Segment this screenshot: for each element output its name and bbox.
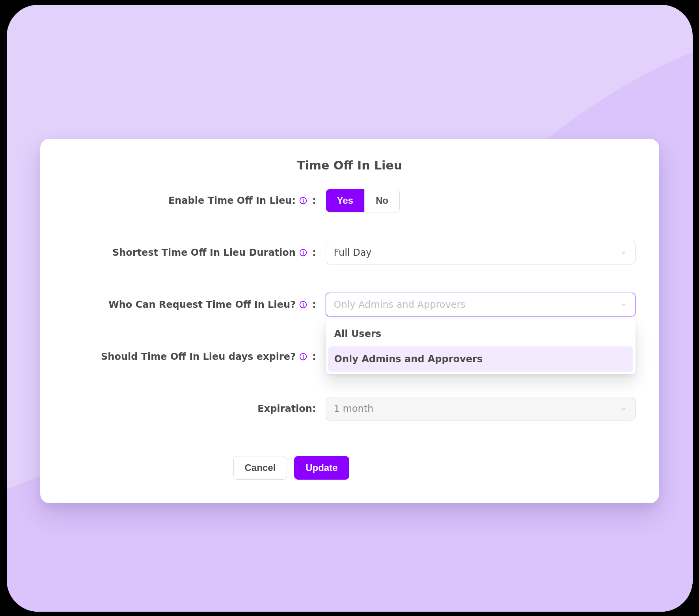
label-expire: Should Time Off In Lieu days expire? : xyxy=(64,351,316,362)
expiration-value: 1 month xyxy=(334,403,374,414)
row-enable: Enable Time Off In Lieu: : Yes No xyxy=(64,189,636,212)
label-expire-text: Should Time Off In Lieu days expire? xyxy=(101,351,296,362)
label-who: Who Can Request Time Off In Lieu? : xyxy=(64,299,316,310)
settings-card: Time Off In Lieu Enable Time Off In Lieu… xyxy=(40,139,659,503)
enable-yes-button[interactable]: Yes xyxy=(326,189,364,212)
label-enable: Enable Time Off In Lieu: : xyxy=(64,195,316,206)
who-option-all-users[interactable]: All Users xyxy=(328,321,633,346)
page-background: Time Off In Lieu Enable Time Off In Lieu… xyxy=(7,5,693,612)
info-icon[interactable] xyxy=(299,352,308,361)
info-icon[interactable] xyxy=(299,248,308,257)
who-can-request-dropdown: All Users Only Admins and Approvers xyxy=(326,319,636,374)
row-who: Who Can Request Time Off In Lieu? : Only… xyxy=(64,293,636,316)
card-title: Time Off In Lieu xyxy=(64,158,636,172)
info-icon[interactable] xyxy=(299,300,308,309)
colon: : xyxy=(312,195,316,206)
who-option-admins-approvers[interactable]: Only Admins and Approvers xyxy=(328,346,633,372)
actions-row: Cancel Update xyxy=(233,456,636,480)
cancel-button[interactable]: Cancel xyxy=(233,456,287,480)
shortest-duration-value: Full Day xyxy=(334,247,372,258)
chevron-down-icon xyxy=(620,301,627,308)
colon: : xyxy=(312,247,316,258)
colon: : xyxy=(312,351,316,362)
label-enable-text: Enable Time Off In Lieu: xyxy=(168,195,296,206)
who-can-request-placeholder: Only Admins and Approvers xyxy=(334,299,466,310)
update-button[interactable]: Update xyxy=(294,456,349,480)
label-shortest-text: Shortest Time Off In Lieu Duration xyxy=(112,247,296,258)
enable-segmented: Yes No xyxy=(326,189,400,212)
info-icon[interactable] xyxy=(299,196,308,205)
colon: : xyxy=(312,299,316,310)
label-who-text: Who Can Request Time Off In Lieu? xyxy=(108,299,296,310)
enable-no-button[interactable]: No xyxy=(364,189,399,212)
expiration-select[interactable]: 1 month xyxy=(326,397,636,421)
chevron-down-icon xyxy=(620,249,627,256)
chevron-down-icon xyxy=(620,405,627,412)
shortest-duration-select[interactable]: Full Day xyxy=(326,241,636,264)
label-expiration-text: Expiration: xyxy=(257,403,316,414)
label-expiration: Expiration: xyxy=(64,403,316,414)
row-expiration: Expiration: 1 month xyxy=(64,397,636,421)
row-shortest: Shortest Time Off In Lieu Duration : Ful… xyxy=(64,241,636,264)
label-shortest: Shortest Time Off In Lieu Duration : xyxy=(64,247,316,258)
who-can-request-select[interactable]: Only Admins and Approvers xyxy=(326,293,636,316)
